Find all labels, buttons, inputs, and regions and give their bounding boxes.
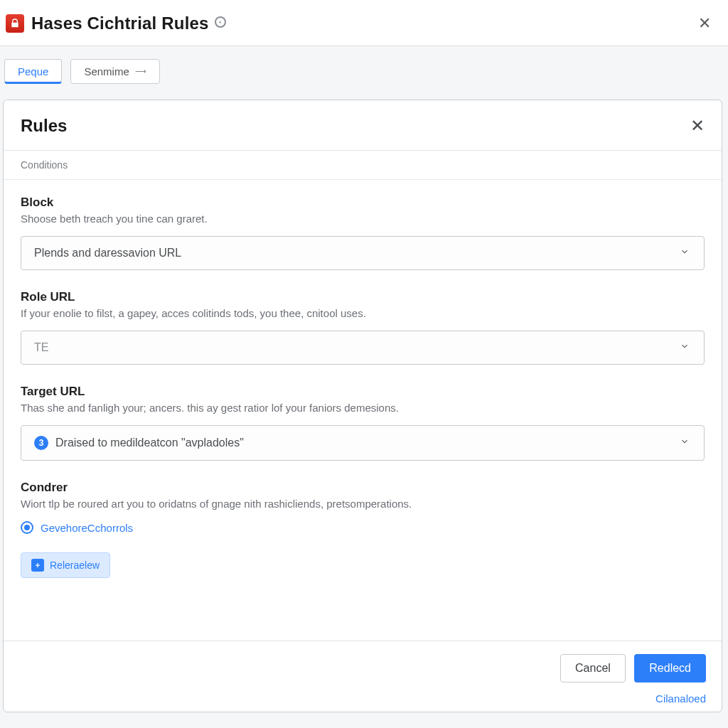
target-group: Target URL Thas she and fanligh your; an… [21,385,705,461]
condrer-group: Condrer Wiort tlp be roured art you to o… [21,481,705,578]
panel-close-icon[interactable]: ✕ [690,116,705,136]
chevron-down-icon [680,341,690,354]
target-select-value: Draised to medildeatcon "avpladoles" [55,437,244,449]
app-logo-icon [6,14,24,33]
app-header: Hases Cichtrial Rules ✕ [0,0,728,46]
chip-label: Releraelew [50,560,100,571]
condrer-radio-option[interactable]: GevehoreCchorrols [21,521,705,534]
primary-button[interactable]: Redlecd [634,654,706,682]
target-select[interactable]: 3 Draised to medildeatcon "avpladoles" [21,425,705,461]
target-label: Target URL [21,385,705,399]
block-label: Block [21,196,705,210]
condrer-label: Condrer [21,481,705,495]
panel-body: Block Shoose beth treach you tine can gr… [4,180,722,641]
target-help: Thas she and fanligh your; ancers. this … [21,402,705,414]
tab-label: Senmime [84,65,129,77]
chevron-down-icon [680,247,690,259]
role-group: Role URL If your enolie to filst, a gape… [21,290,705,365]
releraelew-button[interactable]: Releraelew [21,552,110,578]
role-label: Role URL [21,290,705,304]
footer-link[interactable]: Cilanaloed [19,692,706,705]
info-badge-icon [215,16,226,28]
tab-label: Peque [18,65,48,77]
page-title: Hases Cichtrial Rules [31,14,209,33]
tab-bar: Peque Senmime ⟶ [0,46,728,84]
conditions-subheader: Conditions [4,151,722,180]
role-select[interactable]: TE [21,331,705,365]
rules-panel: Rules ✕ Conditions Block Shoose beth tre… [3,100,722,712]
plus-icon [31,559,44,572]
block-help: Shoose beth treach you tine can graret. [21,213,705,225]
panel-footer: Cancel Redlecd Cilanaloed [4,641,722,712]
panel-title: Rules [21,116,67,136]
condrer-help: Wiort tlp be roured art you to oridatns … [21,498,705,510]
role-help: If your enolie to filst, a gapey, acces … [21,307,705,319]
chevron-right-icon: ⟶ [135,67,146,76]
cancel-button[interactable]: Cancel [560,654,626,682]
block-select-value: Plends and daressavion URL [34,247,181,259]
role-select-value: TE [34,341,48,354]
radio-label: GevehoreCchorrols [41,522,133,534]
tab-senmime[interactable]: Senmime ⟶ [70,59,159,84]
block-select[interactable]: Plends and daressavion URL [21,236,705,270]
tab-peque[interactable]: Peque [4,59,62,84]
panel-header: Rules ✕ [4,100,722,151]
close-icon[interactable]: ✕ [695,11,714,36]
count-badge: 3 [34,436,48,450]
radio-icon [21,521,33,534]
block-group: Block Shoose beth treach you tine can gr… [21,196,705,270]
chevron-down-icon [680,437,690,449]
